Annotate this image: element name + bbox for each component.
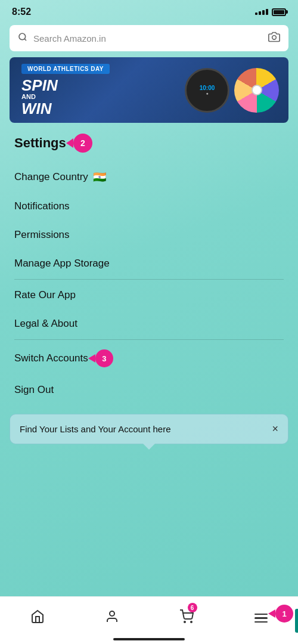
menu-item-notifications[interactable]: Notifications (14, 192, 284, 221)
banner-title: SPIN AND WIN (21, 78, 58, 116)
nav-badge-1: 1 (275, 605, 293, 623)
banner-left: WORLD ATHLETICS DAY SPIN AND WIN (21, 64, 110, 116)
menu-item-sign-out[interactable]: Sign Out (14, 376, 284, 404)
menu-item-label: Manage App Storage (14, 258, 110, 270)
nav-item-menu[interactable]: 1 (224, 597, 298, 639)
divider-2 (14, 339, 284, 340)
menu-item-change-country[interactable]: Change Country 🇮🇳 (14, 162, 284, 192)
nav-item-home[interactable] (0, 597, 74, 639)
india-flag-icon: 🇮🇳 (93, 171, 106, 184)
banner-right: 10:00 ● (185, 68, 279, 113)
menu-item-label: Sign Out (14, 384, 54, 396)
tooltip-close-button[interactable]: × (266, 423, 278, 435)
menu-item-switch-accounts[interactable]: Switch Accounts 3 (14, 341, 284, 376)
menu-item-rate-app[interactable]: Rate Our App (14, 281, 284, 309)
nav-item-cart[interactable]: 6 (149, 597, 224, 639)
bottom-nav: 6 1 (0, 596, 298, 644)
search-bar[interactable]: Search Amazon.in (10, 25, 288, 51)
tooltip-text: Find Your Lists and Your Account here (20, 423, 266, 435)
signal-icon (255, 9, 268, 15)
svg-point-3 (110, 611, 114, 616)
menu-item-permissions[interactable]: Permissions (14, 221, 284, 249)
account-icon (105, 609, 119, 627)
search-icon (18, 32, 27, 44)
banner-ribbon: WORLD ATHLETICS DAY (21, 64, 110, 74)
settings-section: Settings 2 Change Country 🇮🇳 Notificatio… (0, 134, 298, 404)
spinner-wheel (234, 68, 279, 113)
teal-scroll-bar (295, 609, 298, 633)
bottom-indicator (113, 638, 185, 640)
menu-item-label: Switch Accounts (14, 352, 88, 364)
svg-point-2 (272, 36, 277, 40)
menu-item-legal-about[interactable]: Legal & About (14, 309, 284, 338)
menu-item-label: Permissions (14, 229, 70, 241)
svg-point-4 (184, 621, 185, 623)
home-icon (30, 609, 45, 627)
settings-badge-2: 2 (73, 134, 92, 153)
watch-image: 10:00 ● (185, 68, 229, 113)
switch-accounts-badge-3: 3 (95, 349, 113, 367)
status-time: 8:52 (12, 7, 31, 17)
menu-item-label: Legal & About (14, 318, 77, 330)
divider-1 (14, 279, 284, 280)
menu-item-label: Rate Our App (14, 289, 76, 301)
nav-item-account[interactable] (74, 597, 149, 639)
status-icons (255, 8, 286, 16)
status-bar: 8:52 (0, 0, 298, 21)
cart-badge: 6 (188, 603, 197, 612)
tooltip-bubble: Find Your Lists and Your Account here × (10, 414, 288, 444)
battery-icon (272, 8, 286, 16)
svg-point-0 (19, 33, 26, 40)
svg-line-1 (24, 39, 26, 41)
camera-icon[interactable] (268, 31, 280, 45)
menu-item-manage-app-storage[interactable]: Manage App Storage (14, 249, 284, 278)
menu-item-label: Change Country (14, 171, 88, 183)
settings-header: Settings 2 (14, 134, 284, 153)
search-placeholder: Search Amazon.in (33, 33, 268, 44)
hamburger-icon (254, 614, 268, 623)
banner[interactable]: WORLD ATHLETICS DAY SPIN AND WIN 10:00 ● (10, 57, 288, 123)
banner-spin: SPIN (21, 78, 58, 93)
settings-title: Settings (14, 135, 66, 151)
svg-point-5 (191, 621, 192, 623)
settings-menu: Change Country 🇮🇳 Notifications Permissi… (14, 162, 284, 404)
banner-win: WIN (21, 101, 58, 116)
menu-item-label: Notifications (14, 200, 70, 212)
